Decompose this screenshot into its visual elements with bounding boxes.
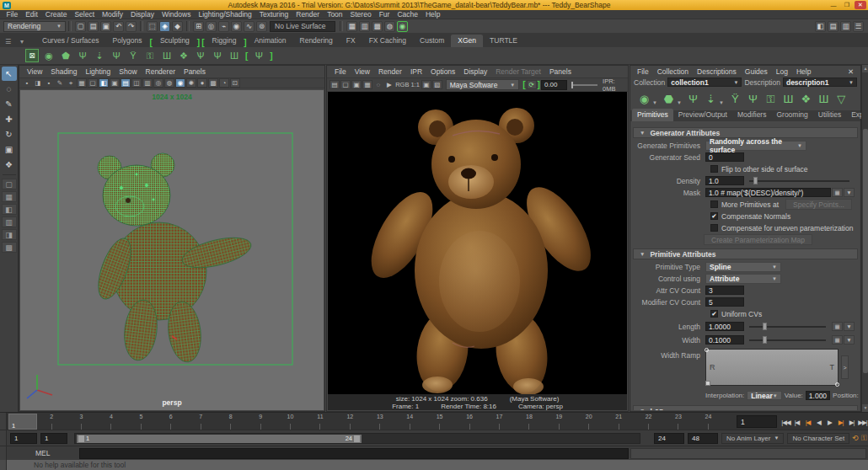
select-tool[interactable]: ↖ [2,67,17,81]
wireframe-icon[interactable]: ◎ [153,78,163,88]
render-region-icon[interactable]: ▢ [340,80,351,89]
chevron-down-icon[interactable]: ▼ [677,100,682,105]
xgen-display-icon[interactable]: Ϋ [126,49,140,62]
menu-display[interactable]: Display [127,10,158,19]
select-object-icon[interactable]: ◈ [159,21,170,32]
render-last-icon[interactable]: ▦ [346,21,357,32]
flip-checkbox[interactable] [710,165,718,173]
layout-custom-button[interactable]: ▩ [2,242,17,253]
renderer-selector[interactable]: Maya Software ▼ [446,79,520,90]
select-component-icon[interactable]: ◆ [172,21,183,32]
go-to-end-button[interactable]: ▶▶| [857,417,868,429]
menu-modify[interactable]: Modify [99,10,127,19]
channel-box-toggle-icon[interactable]: ▥ [840,21,851,32]
panel-grip[interactable] [0,446,7,460]
gate-mask-icon[interactable]: ▣ [110,78,120,88]
xgen-leaf-icon[interactable]: ⬟ [59,49,72,62]
primitive-attributes-header[interactable]: ▼ Primitive Attributes [633,248,858,259]
render-view-menu-display[interactable]: Display [459,67,491,76]
go-to-start-button[interactable]: |◀◀ [780,417,791,429]
generator-seed-field[interactable]: 0 [705,152,744,162]
menu-help[interactable]: Help [421,10,443,19]
render-view-menu-view[interactable]: View [351,67,374,76]
animation-preferences-icon[interactable]: ⚿ [861,434,867,443]
render-settings-icon[interactable]: ◍ [384,21,395,32]
xgen-guides-icon[interactable]: Ш [780,91,796,108]
compensate-normals-checkbox[interactable]: ✔ [710,212,718,220]
undo-icon[interactable]: ↶ [113,21,124,32]
ramp-point-end[interactable] [835,382,839,387]
shelf-menu-icon[interactable]: ☰ [5,38,20,47]
modeling-toolkit-toggle-icon[interactable]: ☰ [853,21,864,32]
ramp-expand-button[interactable]: > [841,355,849,379]
shelf-tab-rigging[interactable]: Rigging [206,35,244,47]
xgen-menu-file[interactable]: File [633,67,653,76]
chevron-down-icon[interactable]: ▼ [652,100,657,105]
command-line-language-label[interactable]: MEL [7,449,79,457]
rotate-tool[interactable]: ↻ [2,127,17,142]
layout-persp-graph-button[interactable]: ▥ [2,216,17,227]
viewport-menu-renderer[interactable]: Renderer [142,67,179,76]
keep-image-icon[interactable]: ▣ [421,80,431,89]
xgen-panel-scrollbar[interactable]: ▲ ▼ [861,65,868,412]
render-view-menu-file[interactable]: File [330,67,351,76]
menu-lighting-shading[interactable]: Lighting/Shading [195,10,255,19]
xgen-geometry-icon[interactable]: ⬣ [661,91,677,108]
redo-icon[interactable]: ↷ [126,21,137,32]
resolution-gate-icon[interactable]: ◧ [99,78,109,88]
render-current-frame-icon[interactable]: ▥ [359,21,370,32]
camera-attributes-icon[interactable]: ▪ [44,78,54,88]
remove-image-icon[interactable]: ▧ [432,80,442,89]
xgen-layers-icon[interactable]: ❖ [177,49,190,62]
xgen-grass-icon[interactable]: Ψ [211,49,224,62]
open-scene-icon[interactable]: ▤ [88,21,99,32]
paint-select-tool[interactable]: ✎ [2,97,17,111]
uniform-cvs-checkbox[interactable]: ✔ [710,310,718,318]
log-section-header[interactable]: ▼ Log [633,405,858,410]
width-map-icon[interactable]: ▦ [832,335,843,344]
shelf-tab-turtle[interactable]: TURTLE [483,35,524,47]
safe-title-icon[interactable]: ▥ [142,78,153,88]
layout-hypershade-persp-button[interactable]: ◨ [2,229,17,240]
shelf-tab-rendering[interactable]: Rendering [293,35,340,47]
xgen-delete-icon[interactable]: ⊠ [25,49,39,62]
render-sequence-icon[interactable]: ▦ [362,80,372,89]
width-ramp-widget[interactable]: R T [705,349,839,386]
xgen-export-icon[interactable]: ⇣ [703,91,719,108]
panel-grip[interactable] [0,460,7,470]
render-view-menu-ipr[interactable]: IPR [406,67,426,76]
collection-selector[interactable]: collection1 ▼ [667,77,742,87]
snap-to-projected-center-icon[interactable]: ◉ [231,21,242,32]
shelf-tab-fx-caching[interactable]: FX Caching [362,35,413,47]
menu-texturing[interactable]: Texturing [255,10,292,19]
safe-action-icon[interactable]: ◫ [131,78,142,88]
current-time-indicator[interactable]: 1 [8,414,37,430]
playback-start-field[interactable]: 1 [40,433,67,444]
viewport-menu-panels[interactable]: Panels [179,67,210,76]
scrollbar-thumb[interactable] [863,129,868,373]
move-tool[interactable]: ✚ [2,112,17,126]
step-forward-frame-button[interactable]: ▶| [846,417,857,429]
shelf-tab-sculpting[interactable]: Sculpting [153,35,196,47]
snap-to-point-icon[interactable]: ⌁ [218,21,229,32]
interpolation-selector[interactable]: Linear ▼ [747,391,781,400]
make-live-icon[interactable]: ⊚ [256,21,267,32]
viewport-menu-show[interactable]: Show [115,67,141,76]
select-hierarchy-icon[interactable]: ⬚ [147,21,158,32]
layout-single-pane-button[interactable]: ▢ [2,179,17,190]
width-options-icon[interactable]: ▼ [844,335,855,344]
lights-icon[interactable]: ✺ [186,78,196,88]
last-tool[interactable]: ❖ [2,158,17,172]
ramp-value-field[interactable]: 1.000 [806,391,830,400]
ramp-selected-handle[interactable] [705,381,710,386]
menu-render[interactable]: Render [292,10,324,19]
xgen-export-icon[interactable]: ⇣ [93,49,106,62]
length-slider[interactable] [749,322,826,331]
menu-select[interactable]: Select [71,10,99,19]
ramp-point-start[interactable] [705,348,709,352]
shelf-tab-animation[interactable]: Animation [248,35,293,47]
playback-end-field[interactable]: 24 [654,433,684,444]
maximize-button[interactable]: ❐ [841,1,853,9]
image-plane-icon[interactable]: ⌖ [66,78,76,88]
shadows-icon[interactable]: ● [197,78,207,88]
